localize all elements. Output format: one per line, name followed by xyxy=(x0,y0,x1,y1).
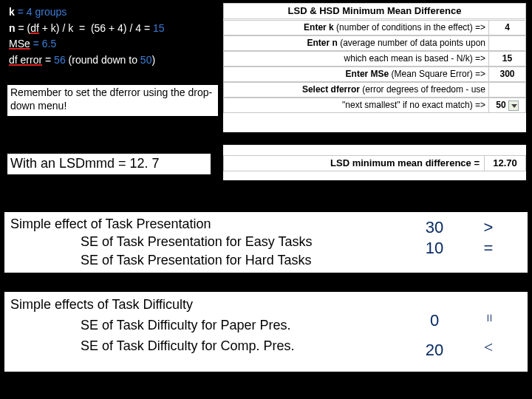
value-n[interactable]: 15 xyxy=(489,51,526,66)
formula-n: n = (df + k) / k = (56 + 4) / 4 = 15 xyxy=(9,21,223,37)
sheet-row-k: Enter k (number of conditions in the eff… xyxy=(223,20,526,35)
spreadsheet-panel: LSD & HSD Minimum Mean Difference Enter … xyxy=(223,3,526,132)
eff2-sym-paper: = xyxy=(477,307,500,330)
sheet-row-n1: Enter n (average number of data points u… xyxy=(223,35,526,51)
dropdown-icon[interactable] xyxy=(508,100,519,111)
sheet-row-df1: Select dferror (error degrees of freedom… xyxy=(223,82,526,98)
lsdmmd-statement: With an LSDmmd = 12. 7 xyxy=(7,154,211,174)
formula-k: k = 4 groups xyxy=(9,4,223,21)
result-label: LSD minimum mean difference = xyxy=(223,155,485,171)
effects-difficulty: Simple effects of Task Difficulty SE of … xyxy=(4,292,528,372)
eff1-sym-hard: = xyxy=(477,237,499,259)
formula-mse: MSe = 6.5 xyxy=(9,36,223,52)
value-k[interactable]: 4 xyxy=(489,20,526,35)
sheet-row-n2: which each mean is based - N/k) => 15 xyxy=(223,51,526,66)
eff2-val-paper: 0 xyxy=(415,308,454,333)
formula-block: k = 4 groups n = (df + k) / k = (56 + 4)… xyxy=(9,4,223,69)
eff1-val-hard: 10 xyxy=(415,237,454,259)
eff1-sym-easy: > xyxy=(477,216,499,239)
formula-dferror: df error = 56 (round down to 50) xyxy=(9,52,223,69)
sheet-row-mse: Enter MSe (Mean Square Error) => 300 xyxy=(223,66,526,82)
eff2-val-comp: 20 xyxy=(415,338,454,363)
result-value: 12.70 xyxy=(485,155,526,171)
value-dferror[interactable]: 50 xyxy=(489,98,526,113)
sheet-row-df2: "next smallest" if no exact match) => 50 xyxy=(223,98,526,113)
remember-note: Remember to set the dferror using the dr… xyxy=(7,85,218,116)
value-mse[interactable]: 300 xyxy=(489,66,526,82)
eff2-sym-comp: < xyxy=(477,335,499,360)
effects-presentation: Simple effect of Task Presentation SE of… xyxy=(4,212,528,273)
eff1-val-easy: 30 xyxy=(415,216,454,239)
sheet-title: LSD & HSD Minimum Mean Difference xyxy=(223,3,526,19)
result-panel: LSD minimum mean difference = 12.70 xyxy=(223,145,526,180)
